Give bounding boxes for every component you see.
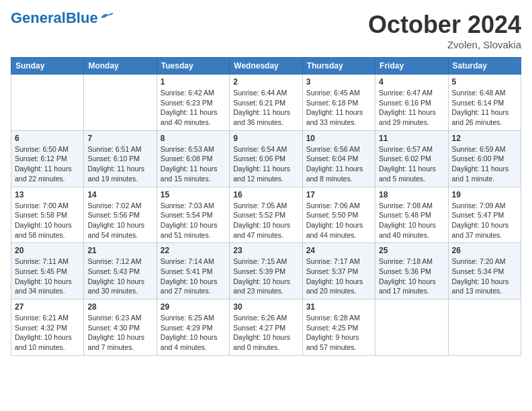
logo-bird-icon xyxy=(99,11,114,23)
day-number: 1 xyxy=(161,77,226,87)
calendar-cell: 16Sunrise: 7:05 AM Sunset: 5:52 PM Dayli… xyxy=(230,187,302,243)
day-info: Sunrise: 6:56 AM Sunset: 6:04 PM Dayligh… xyxy=(306,144,371,184)
calendar-cell: 21Sunrise: 7:12 AM Sunset: 5:43 PM Dayli… xyxy=(84,243,157,300)
calendar-cell: 30Sunrise: 6:26 AM Sunset: 4:27 PM Dayli… xyxy=(230,300,302,356)
day-info: Sunrise: 7:15 AM Sunset: 5:39 PM Dayligh… xyxy=(233,257,298,296)
calendar-cell xyxy=(375,300,448,356)
column-header-tuesday: Tuesday xyxy=(157,58,229,75)
day-number: 29 xyxy=(161,302,226,312)
day-info: Sunrise: 6:45 AM Sunset: 6:18 PM Dayligh… xyxy=(306,88,371,128)
calendar-cell: 10Sunrise: 6:56 AM Sunset: 6:04 PM Dayli… xyxy=(302,130,375,187)
calendar-cell: 13Sunrise: 7:00 AM Sunset: 5:58 PM Dayli… xyxy=(11,187,84,243)
day-info: Sunrise: 7:03 AM Sunset: 5:54 PM Dayligh… xyxy=(161,201,226,240)
calendar-cell: 17Sunrise: 7:06 AM Sunset: 5:50 PM Dayli… xyxy=(302,187,375,243)
calendar-cell: 12Sunrise: 6:59 AM Sunset: 6:00 PM Dayli… xyxy=(448,130,521,187)
day-info: Sunrise: 6:44 AM Sunset: 6:21 PM Dayligh… xyxy=(233,88,298,128)
day-number: 17 xyxy=(306,190,371,199)
calendar-cell xyxy=(448,300,521,356)
column-header-thursday: Thursday xyxy=(302,58,375,75)
month-title: October 2024 xyxy=(368,11,521,39)
day-number: 14 xyxy=(87,190,152,199)
calendar-cell: 24Sunrise: 7:17 AM Sunset: 5:37 PM Dayli… xyxy=(302,243,375,300)
day-info: Sunrise: 7:18 AM Sunset: 5:36 PM Dayligh… xyxy=(379,257,444,296)
calendar-cell: 1Sunrise: 6:42 AM Sunset: 6:23 PM Daylig… xyxy=(157,75,229,131)
day-number: 22 xyxy=(161,246,226,255)
calendar-cell: 15Sunrise: 7:03 AM Sunset: 5:54 PM Dayli… xyxy=(157,187,229,243)
day-number: 27 xyxy=(15,302,80,312)
day-info: Sunrise: 7:00 AM Sunset: 5:58 PM Dayligh… xyxy=(15,201,80,240)
calendar-cell: 2Sunrise: 6:44 AM Sunset: 6:21 PM Daylig… xyxy=(230,75,302,131)
logo-text: GeneralBlue xyxy=(11,11,98,26)
calendar-cell: 3Sunrise: 6:45 AM Sunset: 6:18 PM Daylig… xyxy=(302,75,375,131)
calendar-cell xyxy=(84,75,157,131)
day-info: Sunrise: 6:47 AM Sunset: 6:16 PM Dayligh… xyxy=(379,88,444,128)
calendar-week-row: 20Sunrise: 7:11 AM Sunset: 5:45 PM Dayli… xyxy=(11,243,521,300)
day-info: Sunrise: 7:08 AM Sunset: 5:48 PM Dayligh… xyxy=(379,201,444,240)
column-header-wednesday: Wednesday xyxy=(230,58,302,75)
calendar-cell: 23Sunrise: 7:15 AM Sunset: 5:39 PM Dayli… xyxy=(230,243,302,300)
day-info: Sunrise: 6:23 AM Sunset: 4:30 PM Dayligh… xyxy=(87,313,152,353)
day-info: Sunrise: 6:42 AM Sunset: 6:23 PM Dayligh… xyxy=(161,88,226,128)
day-number: 10 xyxy=(306,134,371,143)
calendar-cell: 25Sunrise: 7:18 AM Sunset: 5:36 PM Dayli… xyxy=(375,243,448,300)
day-number: 31 xyxy=(306,302,371,312)
day-info: Sunrise: 6:59 AM Sunset: 6:00 PM Dayligh… xyxy=(452,144,517,184)
page-header: GeneralBlue October 2024 Zvolen, Slovaki… xyxy=(11,11,521,50)
day-number: 20 xyxy=(15,246,80,255)
day-number: 30 xyxy=(233,302,298,312)
day-info: Sunrise: 7:02 AM Sunset: 5:56 PM Dayligh… xyxy=(87,201,152,240)
calendar-cell: 22Sunrise: 7:14 AM Sunset: 5:41 PM Dayli… xyxy=(157,243,229,300)
calendar-week-row: 6Sunrise: 6:50 AM Sunset: 6:12 PM Daylig… xyxy=(11,130,521,187)
day-number: 12 xyxy=(452,134,517,143)
calendar-cell: 9Sunrise: 6:54 AM Sunset: 6:06 PM Daylig… xyxy=(230,130,302,187)
calendar-cell: 8Sunrise: 6:53 AM Sunset: 6:08 PM Daylig… xyxy=(157,130,229,187)
day-number: 9 xyxy=(233,134,298,143)
calendar-cell: 31Sunrise: 6:28 AM Sunset: 4:25 PM Dayli… xyxy=(302,300,375,356)
calendar-cell: 27Sunrise: 6:21 AM Sunset: 4:32 PM Dayli… xyxy=(11,300,84,356)
day-info: Sunrise: 6:50 AM Sunset: 6:12 PM Dayligh… xyxy=(15,144,80,184)
day-number: 4 xyxy=(379,77,444,87)
day-number: 8 xyxy=(161,134,226,143)
day-number: 15 xyxy=(161,190,226,199)
day-number: 28 xyxy=(87,302,152,312)
calendar-cell: 18Sunrise: 7:08 AM Sunset: 5:48 PM Dayli… xyxy=(375,187,448,243)
day-info: Sunrise: 6:54 AM Sunset: 6:06 PM Dayligh… xyxy=(233,144,298,184)
calendar-week-row: 1Sunrise: 6:42 AM Sunset: 6:23 PM Daylig… xyxy=(11,75,521,131)
day-info: Sunrise: 6:57 AM Sunset: 6:02 PM Dayligh… xyxy=(379,144,444,184)
calendar-cell: 4Sunrise: 6:47 AM Sunset: 6:16 PM Daylig… xyxy=(375,75,448,131)
calendar-cell: 29Sunrise: 6:25 AM Sunset: 4:29 PM Dayli… xyxy=(157,300,229,356)
day-info: Sunrise: 7:05 AM Sunset: 5:52 PM Dayligh… xyxy=(233,201,298,240)
logo: GeneralBlue xyxy=(11,11,114,26)
title-section: October 2024 Zvolen, Slovakia xyxy=(368,11,521,50)
column-header-friday: Friday xyxy=(375,58,448,75)
calendar-cell: 19Sunrise: 7:09 AM Sunset: 5:47 PM Dayli… xyxy=(448,187,521,243)
calendar-cell: 5Sunrise: 6:48 AM Sunset: 6:14 PM Daylig… xyxy=(448,75,521,131)
calendar-cell: 6Sunrise: 6:50 AM Sunset: 6:12 PM Daylig… xyxy=(11,130,84,187)
day-number: 23 xyxy=(233,246,298,255)
day-number: 26 xyxy=(452,246,517,255)
column-header-saturday: Saturday xyxy=(448,58,521,75)
day-number: 18 xyxy=(379,190,444,199)
calendar-week-row: 13Sunrise: 7:00 AM Sunset: 5:58 PM Dayli… xyxy=(11,187,521,243)
day-number: 21 xyxy=(87,246,152,255)
calendar-cell: 26Sunrise: 7:20 AM Sunset: 5:34 PM Dayli… xyxy=(448,243,521,300)
day-number: 5 xyxy=(452,77,517,87)
calendar-cell: 14Sunrise: 7:02 AM Sunset: 5:56 PM Dayli… xyxy=(84,187,157,243)
day-info: Sunrise: 6:53 AM Sunset: 6:08 PM Dayligh… xyxy=(161,144,226,184)
day-info: Sunrise: 6:51 AM Sunset: 6:10 PM Dayligh… xyxy=(87,144,152,184)
day-number: 25 xyxy=(379,246,444,255)
day-number: 7 xyxy=(87,134,152,143)
day-number: 11 xyxy=(379,134,444,143)
day-number: 2 xyxy=(233,77,298,87)
day-info: Sunrise: 7:11 AM Sunset: 5:45 PM Dayligh… xyxy=(15,257,80,296)
day-number: 19 xyxy=(452,190,517,199)
day-info: Sunrise: 6:28 AM Sunset: 4:25 PM Dayligh… xyxy=(306,313,371,353)
calendar-cell xyxy=(11,75,84,131)
day-info: Sunrise: 7:20 AM Sunset: 5:34 PM Dayligh… xyxy=(452,257,517,296)
day-number: 16 xyxy=(233,190,298,199)
calendar-cell: 20Sunrise: 7:11 AM Sunset: 5:45 PM Dayli… xyxy=(11,243,84,300)
calendar-cell: 7Sunrise: 6:51 AM Sunset: 6:10 PM Daylig… xyxy=(84,130,157,187)
day-info: Sunrise: 7:12 AM Sunset: 5:43 PM Dayligh… xyxy=(87,257,152,296)
day-info: Sunrise: 6:48 AM Sunset: 6:14 PM Dayligh… xyxy=(452,88,517,128)
day-number: 3 xyxy=(306,77,371,87)
